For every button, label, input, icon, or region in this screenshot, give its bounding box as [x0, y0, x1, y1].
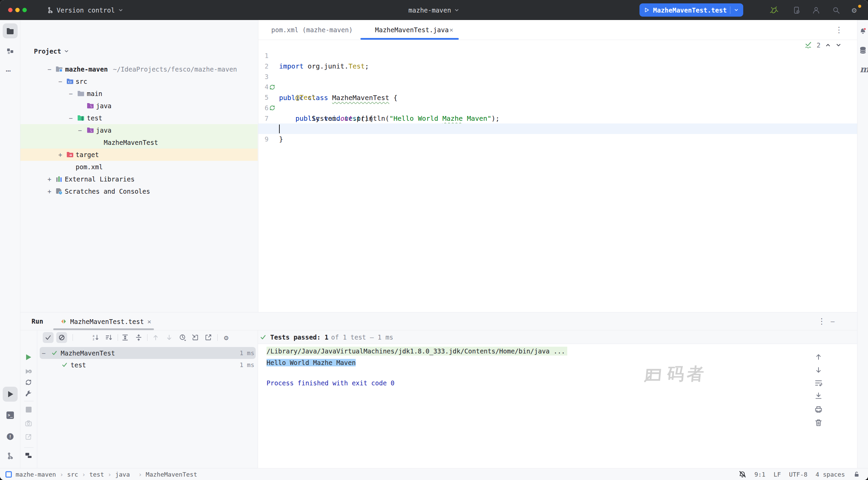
import-tests-icon[interactable] [190, 332, 201, 343]
test-console[interactable]: Tests passed: 1 of 1 test – 1 ms /Librar… [258, 330, 857, 468]
tree-row-src[interactable]: − src [20, 75, 258, 88]
collapse-toggle[interactable]: − [78, 124, 82, 136]
tab-mazhemaventest-java[interactable]: MazheMavenTest.java [375, 20, 449, 40]
search-icon[interactable] [832, 6, 841, 15]
breadcrumb-item[interactable]: test [78, 471, 104, 478]
import-test-results-icon[interactable] [25, 433, 32, 441]
code-line[interactable]: 5 public void test(){ [258, 82, 857, 92]
breadcrumb-item[interactable]: java [104, 471, 130, 478]
code-line[interactable]: 3 public class MazheMavenTest { [258, 61, 857, 72]
settings-gear-icon[interactable]: ⚙ [852, 6, 861, 15]
version-control-widget[interactable]: Version control [47, 0, 123, 20]
zoom-window-button[interactable] [22, 8, 27, 12]
terminal-icon[interactable]: >_ [6, 411, 14, 419]
sort-by-duration-icon[interactable] [104, 332, 115, 343]
tree-row-main[interactable]: − main [20, 88, 258, 100]
expand-toggle[interactable]: + [47, 185, 51, 197]
user-icon[interactable] [812, 6, 821, 15]
layout-settings-icon[interactable] [25, 452, 32, 459]
collapse-toggle[interactable]: − [69, 88, 73, 100]
tree-row-pom-xml[interactable]: pom.xml [20, 161, 258, 173]
minimize-window-button[interactable] [15, 8, 20, 12]
line-separator[interactable]: LF [773, 471, 781, 478]
run-tool-icon[interactable] [7, 390, 14, 398]
tree-row-mazhemaventest[interactable]: MazheMavenTest [20, 136, 258, 149]
breadcrumb[interactable]: mazhe-maven src test java MazheMavenTest [5, 468, 197, 480]
test-history-clock-icon[interactable] [177, 332, 188, 343]
close-run-tab-icon[interactable]: × [147, 318, 151, 326]
tree-row-main-java[interactable]: java [20, 100, 258, 112]
expand-all-icon[interactable] [120, 332, 131, 343]
code-line[interactable]: 1 import org.junit.Test; [258, 40, 857, 51]
collapse-toggle[interactable]: − [47, 63, 51, 75]
code-line[interactable]: 2 [258, 51, 857, 61]
notifications-bell-icon[interactable] [859, 27, 867, 35]
notifications-muted-icon[interactable] [738, 471, 746, 478]
export-tests-icon[interactable] [203, 332, 214, 343]
show-passed-icon[interactable] [43, 332, 54, 343]
scroll-to-end-icon[interactable] [814, 392, 823, 400]
scroll-up-icon[interactable] [814, 353, 823, 361]
file-encoding[interactable]: UTF-8 [789, 471, 807, 478]
clear-console-trash-icon[interactable] [814, 419, 823, 427]
readonly-lock-icon[interactable] [853, 471, 860, 478]
caret-position[interactable]: 9:1 [754, 471, 766, 478]
code-line[interactable]: 7 } [258, 103, 857, 113]
close-tab-icon[interactable]: × [449, 20, 453, 40]
project-panel-header[interactable]: Project [34, 45, 69, 57]
git-tool-icon[interactable] [6, 452, 14, 460]
database-icon[interactable] [860, 46, 866, 54]
expand-toggle[interactable]: + [47, 173, 51, 185]
maven-tool-icon[interactable]: m [860, 64, 868, 74]
indent-style[interactable]: 4 spaces [815, 471, 845, 478]
scroll-down-icon[interactable] [814, 366, 823, 374]
test-settings-gear-icon[interactable]: ⚙ [221, 332, 232, 343]
code-line-current[interactable]: 9 [258, 123, 857, 134]
expand-toggle[interactable]: + [58, 149, 62, 161]
run-panel-options-kebab-icon[interactable]: ⋮ [818, 312, 826, 330]
collapse-toggle[interactable]: − [69, 112, 73, 124]
previous-occurrence-icon[interactable] [150, 332, 161, 343]
code-line[interactable]: 4 @Test [258, 71, 857, 82]
breadcrumb-item[interactable]: MazheMavenTest [135, 471, 197, 478]
build-wrench-icon[interactable] [25, 390, 32, 397]
more-tool-windows-icon[interactable]: ⋯ [6, 66, 11, 76]
breadcrumb-item[interactable]: mazhe-maven [16, 471, 56, 478]
refresh-icon[interactable] [25, 379, 32, 386]
test-result-row-class[interactable]: − MazheMavenTest 1 ms [20, 347, 258, 359]
editor-options-kebab-icon[interactable]: ⋮ [835, 20, 843, 40]
next-occurrence-icon[interactable] [164, 332, 175, 343]
soft-wrap-icon[interactable] [814, 379, 823, 387]
run-icon[interactable] [644, 7, 650, 13]
project-folder-icon[interactable] [6, 27, 14, 35]
thread-dump-camera-icon[interactable] [25, 420, 32, 427]
hide-panel-icon[interactable]: — [831, 312, 834, 330]
plugin-bug-icon[interactable] [770, 6, 778, 15]
sort-alphabetically-icon[interactable]: az [90, 332, 101, 343]
collapse-all-icon[interactable] [133, 332, 144, 343]
structure-icon[interactable] [6, 47, 14, 55]
close-window-button[interactable] [8, 8, 13, 12]
collapse-toggle[interactable]: − [42, 349, 45, 357]
chevron-down-icon[interactable] [734, 7, 739, 13]
tree-row-target[interactable]: + target [20, 149, 258, 161]
stop-icon[interactable] [26, 407, 32, 412]
tab-pom-xml[interactable]: pom.xml (mazhe-maven) [271, 20, 353, 40]
tree-row-project-root[interactable]: − mazhe-maven ~/IdeaProjects/fesco/mazhe… [20, 63, 258, 75]
run-configuration-widget[interactable]: MazheMavenTest.test [639, 3, 743, 17]
device-settings-icon[interactable] [792, 6, 801, 15]
tree-row-test-java[interactable]: − java [20, 124, 258, 136]
run-tab[interactable]: MazheMavenTest.test × [60, 312, 151, 330]
tree-row-scratches[interactable]: + Scratches and Consoles [20, 185, 258, 197]
code-line[interactable]: 6 System.out.println("Hello World Mazhe … [258, 92, 857, 103]
code-line[interactable]: 8 } [258, 113, 857, 123]
breadcrumb-item[interactable]: src [56, 471, 78, 478]
project-title-label[interactable]: mazhe-maven [409, 6, 451, 14]
tree-row-test[interactable]: − test [20, 112, 258, 124]
collapse-toggle[interactable]: − [58, 75, 62, 88]
problems-icon[interactable]: ! [7, 433, 14, 440]
print-icon[interactable] [814, 405, 823, 414]
show-ignored-icon[interactable] [56, 332, 67, 343]
tree-row-external-libraries[interactable]: + External Libraries [20, 173, 258, 185]
test-result-row-method[interactable]: test 1 ms [20, 359, 258, 371]
